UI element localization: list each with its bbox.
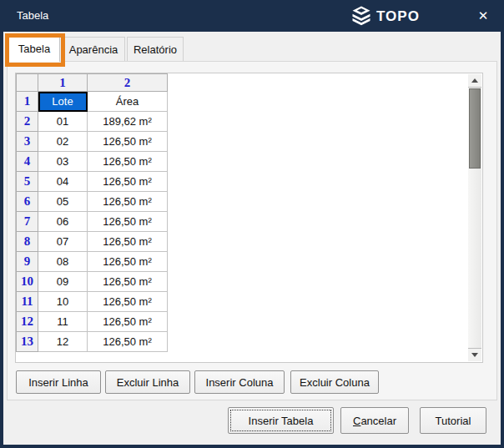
tab-aparencia[interactable]: Aparência <box>62 37 125 61</box>
table-row: 403126,50 m² <box>17 152 168 172</box>
table-cell[interactable]: 04 <box>38 172 88 192</box>
row-number[interactable]: 7 <box>17 212 38 232</box>
table-cell[interactable]: 06 <box>38 212 88 232</box>
grid-body: 1LoteÁrea201189,62 m²302126,50 m²403126,… <box>17 92 168 352</box>
table-cell[interactable]: 03 <box>38 152 88 172</box>
table-cell[interactable]: 07 <box>38 232 88 252</box>
tab-tabela[interactable]: Tabela <box>8 34 60 62</box>
brand-logo: TOPO <box>350 3 420 30</box>
table-row: 908126,50 m² <box>17 252 168 272</box>
row-number[interactable]: 6 <box>17 192 38 212</box>
table-cell[interactable]: 02 <box>38 132 88 152</box>
table-cell[interactable]: 126,50 m² <box>88 232 168 252</box>
table-panel: 1 2 1LoteÁrea201189,62 m²302126,50 m²403… <box>15 73 483 363</box>
table-row: 201189,62 m² <box>17 112 168 132</box>
table-cell[interactable]: Lote <box>38 92 88 112</box>
table-cell[interactable]: 126,50 m² <box>88 332 168 352</box>
scrollbar-thumb[interactable] <box>469 88 481 169</box>
cancel-button[interactable]: Cancelar <box>340 407 409 434</box>
table-row: 1110126,50 m² <box>17 292 168 312</box>
dialog-content: Tabela Aparência Relatório 1 2 1LoteÁrea… <box>3 32 501 445</box>
table-cell[interactable]: 126,50 m² <box>88 212 168 232</box>
window-title: Tabela <box>17 9 48 22</box>
cancel-button-accel: C <box>353 415 360 427</box>
scrollbar-up-icon[interactable] <box>468 74 481 88</box>
table-cell[interactable]: 126,50 m² <box>88 132 168 152</box>
table-cell[interactable]: 126,50 m² <box>88 272 168 292</box>
tab-pane: 1 2 1LoteÁrea201189,62 m²302126,50 m²403… <box>7 61 497 400</box>
column-header-row: 1 2 <box>17 74 168 92</box>
table-row: 1LoteÁrea <box>17 92 168 112</box>
topo-logo-icon <box>350 3 373 30</box>
dialog-window: Tabela TOPO ✕ Tabela Aparência Relatório <box>0 0 504 448</box>
close-icon[interactable]: ✕ <box>472 5 494 27</box>
row-number[interactable]: 11 <box>17 292 38 312</box>
table-cell[interactable]: 126,50 m² <box>88 172 168 192</box>
row-number[interactable]: 13 <box>17 332 38 352</box>
insert-table-button[interactable]: Inserir Tabela <box>228 407 334 434</box>
table-cell[interactable]: 01 <box>38 112 88 132</box>
table-cell[interactable]: 126,50 m² <box>88 312 168 332</box>
table-cell[interactable]: Área <box>88 92 168 112</box>
table-cell[interactable]: 09 <box>38 272 88 292</box>
row-number[interactable]: 4 <box>17 152 38 172</box>
scrollbar-down-icon[interactable] <box>468 348 481 361</box>
table-cell[interactable]: 08 <box>38 252 88 272</box>
row-number[interactable]: 5 <box>17 172 38 192</box>
table-row: 1009126,50 m² <box>17 272 168 292</box>
row-number[interactable]: 1 <box>17 92 38 112</box>
row-number[interactable]: 10 <box>17 272 38 292</box>
table-cell[interactable]: 126,50 m² <box>88 252 168 272</box>
table-row: 807126,50 m² <box>17 232 168 252</box>
title-bar: Tabela TOPO ✕ <box>0 0 504 32</box>
row-number[interactable]: 12 <box>17 312 38 332</box>
table-row: 1312126,50 m² <box>17 332 168 352</box>
tutorial-button[interactable]: Tutorial <box>420 407 486 434</box>
row-number[interactable]: 2 <box>17 112 38 132</box>
table-row: 605126,50 m² <box>17 192 168 212</box>
insert-column-button[interactable]: Inserir Coluna <box>194 370 285 394</box>
column-header[interactable]: 1 <box>38 74 88 92</box>
table-cell[interactable]: 126,50 m² <box>88 192 168 212</box>
cancel-button-rest: ancelar <box>360 415 396 427</box>
insert-row-button[interactable]: Inserir Linha <box>16 370 101 394</box>
table-cell[interactable]: 126,50 m² <box>88 152 168 172</box>
delete-row-button[interactable]: Excluir Linha <box>105 370 190 394</box>
delete-column-button[interactable]: Excluir Coluna <box>290 370 379 394</box>
table-row: 1211126,50 m² <box>17 312 168 332</box>
table-cell[interactable]: 126,50 m² <box>88 292 168 312</box>
corner-cell[interactable] <box>17 74 38 92</box>
table-row: 504126,50 m² <box>17 172 168 192</box>
column-header[interactable]: 2 <box>88 74 168 92</box>
table-row: 302126,50 m² <box>17 132 168 152</box>
table-cell[interactable]: 05 <box>38 192 88 212</box>
table-cell[interactable]: 189,62 m² <box>88 112 168 132</box>
row-number[interactable]: 3 <box>17 132 38 152</box>
table-cell[interactable]: 11 <box>38 312 88 332</box>
table-row: 706126,50 m² <box>17 212 168 232</box>
row-number[interactable]: 9 <box>17 252 38 272</box>
brand-name: TOPO <box>376 8 420 25</box>
row-number[interactable]: 8 <box>17 232 38 252</box>
table-cell[interactable]: 10 <box>38 292 88 312</box>
data-grid: 1 2 1LoteÁrea201189,62 m²302126,50 m²403… <box>16 73 168 352</box>
tab-relatorio[interactable]: Relatório <box>127 37 184 61</box>
vertical-scrollbar[interactable] <box>468 74 481 361</box>
table-cell[interactable]: 12 <box>38 332 88 352</box>
